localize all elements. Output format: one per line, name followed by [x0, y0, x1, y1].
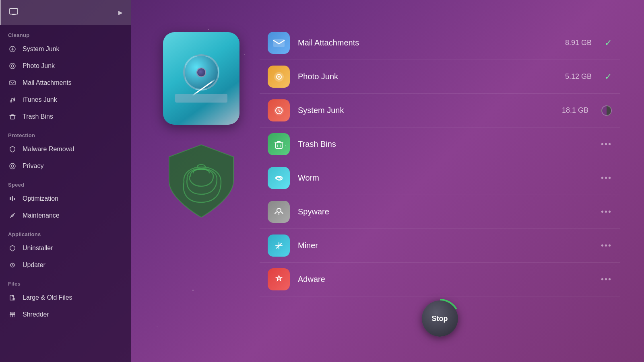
main-content: Mail Attachments 8.91 GB ✓ Photo Junk 5.… — [131, 0, 644, 362]
itunes-junk-label: iTunes Junk — [23, 96, 57, 103]
system-junk-scan-size: 18.1 GB — [562, 106, 588, 115]
sidebar-item-privacy[interactable]: Privacy — [0, 158, 131, 175]
center-decorations — [163, 32, 239, 221]
status-check-icon: ✓ — [605, 72, 612, 82]
status-half-icon — [601, 105, 612, 116]
uninstaller-label: Uninstaller — [23, 245, 53, 252]
svg-point-5 — [10, 101, 12, 102]
svg-rect-23 — [276, 143, 282, 148]
sidebar-item-itunes-junk[interactable]: iTunes Junk — [0, 91, 131, 108]
sidebar-item-photo-junk[interactable]: Photo Junk — [0, 58, 131, 74]
photo-junk-icon — [8, 62, 17, 70]
updater-label: Updater — [23, 261, 45, 269]
trash-bins-scan-name: Trash Bins — [298, 140, 593, 149]
sidebar-item-uninstaller[interactable]: Uninstaller — [0, 240, 131, 257]
scan-item-trash-bins: Trash Bins ••• — [260, 128, 620, 161]
disk-circle — [183, 54, 219, 90]
monitor-icon — [9, 7, 18, 18]
arrow-icon: ▶ — [118, 9, 123, 16]
worm-scan-icon — [268, 167, 290, 189]
svg-point-24 — [277, 208, 281, 212]
svg-rect-18 — [273, 39, 285, 47]
privacy-icon — [8, 162, 17, 171]
malware-removal-label: Malware Removal — [23, 146, 74, 153]
svg-point-3 — [11, 65, 14, 67]
photo-junk-scan-size: 5.12 GB — [565, 72, 592, 81]
svg-rect-10 — [10, 197, 11, 200]
scan-item-miner: Miner ••• — [260, 229, 620, 263]
stop-button-label: Stop — [432, 315, 448, 323]
shield-icon — [163, 141, 239, 221]
privacy-label: Privacy — [23, 162, 43, 170]
sidebar-item-malware-removal[interactable]: Malware Removal — [0, 141, 131, 158]
mail-attachments-scan-name: Mail Attachments — [298, 38, 557, 47]
section-title-files: Files — [0, 274, 131, 289]
sidebar-item-mail-attachments[interactable]: Mail Attachments — [0, 74, 131, 91]
scan-item-photo-junk: Photo Junk 5.12 GB ✓ — [260, 60, 620, 94]
sidebar-item-smart-scan[interactable]: ▶ — [0, 0, 131, 25]
sidebar-item-updater[interactable]: Updater — [0, 257, 131, 274]
scan-item-adware: Adware ••• — [260, 263, 620, 296]
photo-junk-scan-icon — [268, 66, 290, 88]
scan-items-list: Mail Attachments 8.91 GB ✓ Photo Junk 5.… — [260, 26, 620, 350]
system-junk-icon — [8, 45, 17, 53]
maintenance-label: Maintenance — [23, 212, 60, 219]
svg-rect-4 — [10, 81, 15, 85]
section-title-speed: Speed — [0, 175, 131, 190]
mail-attachments-icon — [8, 78, 17, 87]
scan-item-worm: Worm ••• — [260, 161, 620, 195]
miner-scan-name: Miner — [298, 241, 593, 250]
spyware-scan-icon — [268, 201, 290, 223]
section-title-cleanup: Cleanup — [0, 25, 131, 41]
svg-rect-17 — [10, 312, 14, 314]
mail-attachments-label: Mail Attachments — [23, 79, 72, 86]
disk-base — [175, 94, 227, 103]
sidebar-item-large-old-files[interactable]: Large & Old Files — [0, 289, 131, 306]
scan-item-mail-attachments: Mail Attachments 8.91 GB ✓ — [260, 26, 620, 60]
mail-attachments-scan-icon — [268, 32, 290, 54]
status-pending-icon: ••• — [601, 140, 612, 149]
updater-icon — [8, 261, 17, 269]
mail-attachments-scan-size: 8.91 GB — [565, 39, 592, 47]
svg-rect-0 — [10, 8, 18, 14]
sidebar-item-system-junk[interactable]: System Junk — [0, 41, 131, 58]
sidebar-item-trash-bins[interactable]: Trash Bins — [0, 108, 131, 125]
svg-point-21 — [278, 76, 280, 78]
photo-junk-label: Photo Junk — [23, 62, 55, 70]
trash-bins-scan-icon — [268, 133, 290, 155]
large-old-files-label: Large & Old Files — [23, 294, 72, 301]
svg-point-6 — [13, 100, 15, 101]
maintenance-icon — [8, 211, 17, 220]
worm-scan-name: Worm — [298, 173, 593, 183]
status-pending-icon: ••• — [601, 173, 612, 183]
scan-item-spyware: Spyware ••• — [260, 195, 620, 229]
svg-rect-15 — [13, 298, 15, 300]
sidebar-item-optimization[interactable]: Optimization — [0, 190, 131, 207]
stop-button[interactable]: Stop — [422, 300, 458, 337]
stop-button-area: Stop — [260, 300, 620, 337]
sidebar-item-maintenance[interactable]: Maintenance — [0, 207, 131, 224]
trash-bins-icon — [8, 112, 17, 121]
malware-removal-icon — [8, 145, 17, 154]
status-pending-icon: ••• — [601, 275, 612, 284]
svg-rect-7 — [10, 115, 14, 119]
spyware-scan-name: Spyware — [298, 207, 593, 216]
adware-scan-icon — [268, 268, 290, 290]
status-pending-icon: ••• — [601, 241, 612, 250]
disk-needle — [192, 79, 216, 96]
svg-point-8 — [10, 163, 15, 169]
sidebar-item-shredder[interactable]: Shredder — [0, 306, 131, 323]
shredder-icon — [8, 310, 17, 319]
system-junk-scan-icon — [268, 99, 290, 121]
section-title-protection: Protection — [0, 125, 131, 141]
uninstaller-icon — [8, 244, 17, 253]
system-junk-label: System Junk — [23, 45, 60, 53]
adware-scan-name: Adware — [298, 275, 593, 284]
optimization-icon — [8, 194, 17, 203]
svg-rect-11 — [12, 196, 13, 201]
optimization-label: Optimization — [23, 195, 58, 202]
section-title-applications: Applications — [0, 224, 131, 240]
system-junk-scan-name: System Junk — [298, 106, 554, 115]
scan-item-system-junk: System Junk 18.1 GB — [260, 94, 620, 128]
large-old-files-icon — [8, 293, 17, 302]
